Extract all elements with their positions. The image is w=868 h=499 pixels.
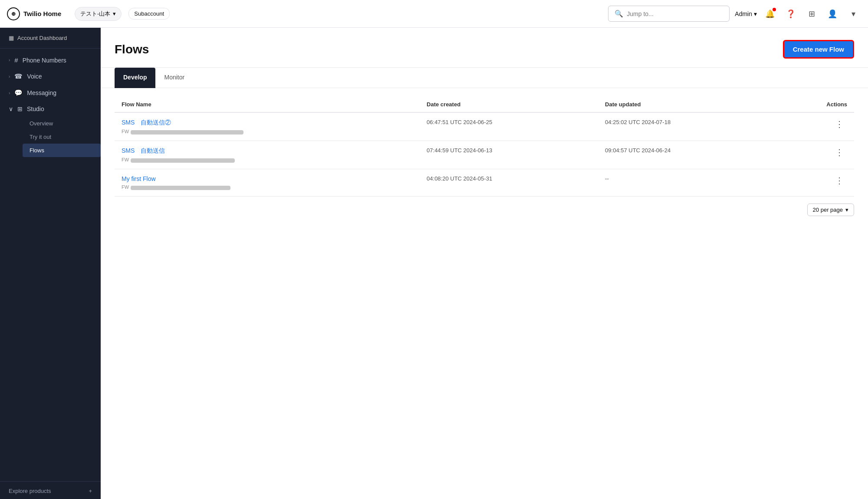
account-chevron-icon: ▾ xyxy=(113,10,116,17)
admin-chevron-icon: ▾ xyxy=(754,10,757,17)
phone-numbers-icon: # xyxy=(14,56,18,64)
tab-monitor[interactable]: Monitor xyxy=(155,68,193,88)
flow-link-1[interactable]: SMS 自動送信 xyxy=(122,147,413,155)
per-page-chevron-icon: ▾ xyxy=(845,207,848,213)
sidebar-item-overview[interactable]: Overview xyxy=(23,117,101,130)
sidebar-label-studio: Studio xyxy=(27,105,44,112)
sidebar-item-messaging[interactable]: › 💬 Messaging xyxy=(0,85,101,101)
studio-arrow: ∨ xyxy=(9,105,13,112)
search-box[interactable]: 🔍 xyxy=(608,6,730,22)
flows-table-container: Flow Name Date created Date updated Acti… xyxy=(101,88,868,232)
messaging-arrow: › xyxy=(9,91,10,95)
topnav: ⊕ Twilio Home テスト-山本 ▾ Subaccount 🔍 Admi… xyxy=(0,0,868,28)
cell-date-updated-1: 09:04:57 UTC 2024-06-24 xyxy=(598,141,776,169)
sidebar-nav: › # Phone Numbers › ☎ Voice › 💬 Messagin… xyxy=(0,49,101,481)
voice-icon: ☎ xyxy=(14,72,23,80)
table-row: SMS 自動送信 FW 07:44:59 UTC 2024-06-13 09:0… xyxy=(115,141,854,169)
flow-id-blur-2 xyxy=(131,186,230,190)
sidebar-item-phone-numbers[interactable]: › # Phone Numbers xyxy=(0,52,101,68)
cell-date-created-0: 06:47:51 UTC 2024-06-25 xyxy=(420,112,598,141)
col-date-updated: Date updated xyxy=(598,97,776,112)
profile-button[interactable]: 👤 xyxy=(825,6,840,22)
flow-id-blur-0 xyxy=(131,130,243,135)
admin-dropdown[interactable]: Admin ▾ xyxy=(735,10,757,17)
flow-id-blur-1 xyxy=(131,158,235,163)
phone-numbers-arrow: › xyxy=(9,58,10,62)
row-actions-menu-1[interactable]: ⋮ xyxy=(832,146,847,159)
subaccount-badge[interactable]: Subaccount xyxy=(128,8,170,20)
account-name: テスト-山本 xyxy=(80,10,110,18)
account-selector[interactable]: テスト-山本 ▾ xyxy=(75,7,122,21)
cell-date-created-2: 04:08:20 UTC 2024-05-31 xyxy=(420,169,598,197)
cell-date-updated-0: 04:25:02 UTC 2024-07-18 xyxy=(598,112,776,141)
sidebar-label-messaging: Messaging xyxy=(27,89,56,96)
sidebar-account-dashboard[interactable]: ▦ Account Dashboard xyxy=(0,28,101,49)
table-row: SMS 自動送信② FW 06:47:51 UTC 2024-06-25 04:… xyxy=(115,112,854,141)
cell-actions-0: ⋮ xyxy=(776,112,854,141)
cell-flow-name-0: SMS 自動送信② FW xyxy=(115,112,420,141)
sidebar-item-voice[interactable]: › ☎ Voice xyxy=(0,68,101,85)
flow-link-2[interactable]: My first Flow xyxy=(122,175,413,182)
studio-icon: ⊞ xyxy=(17,105,23,112)
dashboard-icon: ▦ xyxy=(9,35,14,41)
help-button[interactable]: ❓ xyxy=(783,6,799,22)
row-actions-menu-0[interactable]: ⋮ xyxy=(832,118,847,131)
topnav-right: 🔍 Admin ▾ 🔔 ❓ ⊞ 👤 ▾ xyxy=(608,6,861,22)
notifications-button[interactable]: 🔔 xyxy=(762,6,778,22)
search-icon: 🔍 xyxy=(615,10,623,18)
table-row: My first Flow FW 04:08:20 UTC 2024-05-31… xyxy=(115,169,854,197)
notification-dot xyxy=(773,8,776,11)
tabs-bar: Develop Monitor xyxy=(101,68,868,88)
create-new-flow-button[interactable]: Create new Flow xyxy=(783,40,854,59)
explore-plus-icon: + xyxy=(89,488,92,494)
sidebar-item-try-it-out[interactable]: Try it out xyxy=(23,130,101,144)
per-page-selector[interactable]: 20 per page ▾ xyxy=(807,204,854,216)
col-actions: Actions xyxy=(776,97,854,112)
row-actions-menu-2[interactable]: ⋮ xyxy=(832,174,847,187)
sidebar-label-voice: Voice xyxy=(27,73,42,80)
layout: ▦ Account Dashboard › # Phone Numbers › … xyxy=(0,28,868,499)
table-body: SMS 自動送信② FW 06:47:51 UTC 2024-06-25 04:… xyxy=(115,112,854,197)
sidebar-item-studio[interactable]: ∨ ⊞ Studio xyxy=(0,101,101,117)
cell-actions-2: ⋮ xyxy=(776,169,854,197)
sidebar-label-phone-numbers: Phone Numbers xyxy=(23,57,66,64)
sidebar: ▦ Account Dashboard › # Phone Numbers › … xyxy=(0,28,101,499)
page-title: Flows xyxy=(115,43,149,56)
search-input[interactable] xyxy=(627,10,723,17)
logo-text: Twilio Home xyxy=(23,10,61,17)
tab-develop[interactable]: Develop xyxy=(115,68,155,88)
sidebar-item-flows[interactable]: Flows xyxy=(23,144,101,157)
page-header: Flows Create new Flow xyxy=(101,28,868,68)
grid-icon-button[interactable]: ⊞ xyxy=(804,6,819,22)
main-content: Flows Create new Flow Develop Monitor Fl… xyxy=(101,28,868,499)
flow-link-0[interactable]: SMS 自動送信② xyxy=(122,119,413,127)
logo-icon: ⊕ xyxy=(7,7,20,20)
explore-products[interactable]: Explore products + xyxy=(0,481,101,499)
cell-flow-name-1: SMS 自動送信 FW xyxy=(115,141,420,169)
cell-actions-1: ⋮ xyxy=(776,141,854,169)
expand-button[interactable]: ▾ xyxy=(845,6,861,22)
col-flow-name: Flow Name xyxy=(115,97,420,112)
voice-arrow: › xyxy=(9,74,10,79)
logo[interactable]: ⊕ Twilio Home xyxy=(7,7,68,20)
pagination: 20 per page ▾ xyxy=(115,197,854,223)
table-header: Flow Name Date created Date updated Acti… xyxy=(115,97,854,112)
flows-table: Flow Name Date created Date updated Acti… xyxy=(115,97,854,197)
messaging-icon: 💬 xyxy=(14,89,23,97)
studio-submenu: Overview Try it out Flows xyxy=(0,117,101,157)
cell-date-updated-2: -- xyxy=(598,169,776,197)
cell-date-created-1: 07:44:59 UTC 2024-06-13 xyxy=(420,141,598,169)
cell-flow-name-2: My first Flow FW xyxy=(115,169,420,197)
col-date-created: Date created xyxy=(420,97,598,112)
